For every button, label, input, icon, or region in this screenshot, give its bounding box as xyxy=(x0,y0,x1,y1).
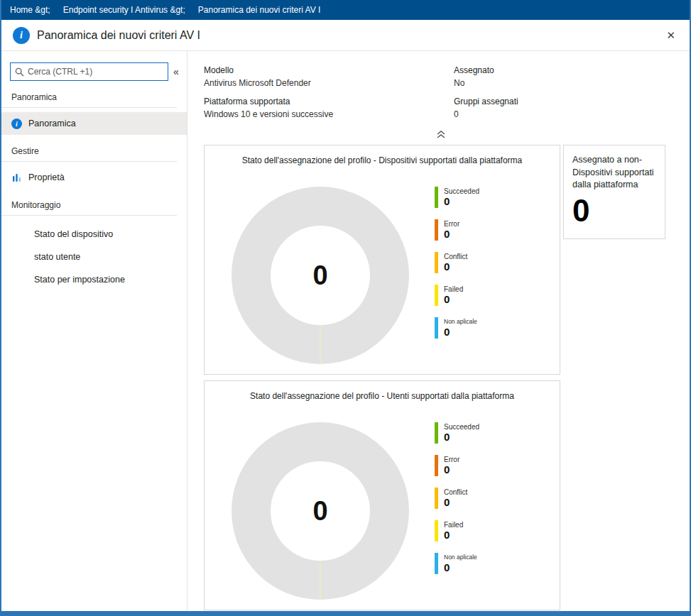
search-box xyxy=(10,62,168,81)
sidebar-item-stato-utente[interactable]: stato utente xyxy=(1,246,187,268)
donut-total: 0 xyxy=(312,496,327,527)
sidebar-item-panoramica[interactable]: i Panoramica xyxy=(1,112,187,135)
legend-label: Conflict xyxy=(444,488,467,496)
legend-item-succeeded: Succeeded0 xyxy=(435,422,479,444)
sidebar-section-gestire: Gestire xyxy=(1,146,177,162)
field-gruppi-assegnati: Gruppi assegnati 0 xyxy=(454,97,678,119)
legend-label: Non aplicale xyxy=(444,318,477,325)
donut-seam xyxy=(320,325,321,364)
legend-value: 0 xyxy=(444,195,479,207)
summary-column-left: Modello Antivirus Microsoft Defender Pia… xyxy=(204,65,454,128)
unassigned-card: Assegnato a non- Dispositivi supportati … xyxy=(563,145,665,239)
field-value: No xyxy=(454,78,678,88)
legend-color-bar xyxy=(435,553,438,574)
close-icon[interactable]: ✕ xyxy=(663,26,678,45)
sidebar-item-stato-dispositivo[interactable]: Stato del dispositivo xyxy=(1,223,187,246)
legend-item-failed: Failed0 xyxy=(435,285,479,306)
users-legend: Succeeded0 Error0 Conflict0 xyxy=(435,422,479,585)
sidebar-section-panoramica: Panoramica xyxy=(1,92,177,108)
sidebar: « Panoramica i Panoramica Gestire Propri xyxy=(1,51,187,611)
field-label: Gruppi assegnati xyxy=(454,97,678,106)
main-content: Modello Antivirus Microsoft Defender Pia… xyxy=(187,51,690,611)
legend-value: 0 xyxy=(444,561,477,573)
legend-item-not-applicable: Non aplicale0 xyxy=(435,317,479,339)
search-icon xyxy=(15,67,24,77)
breadcrumb-item-home[interactable]: Home &gt; xyxy=(10,5,50,15)
properties-icon xyxy=(11,172,22,183)
devices-donut-chart: 0 xyxy=(232,187,409,364)
search-input[interactable] xyxy=(28,67,163,77)
summary-collapse-control[interactable] xyxy=(204,129,678,141)
field-value: 0 xyxy=(454,109,678,119)
breadcrumb-item-endpoint-security[interactable]: Endpoint security I Antivirus &gt; xyxy=(63,5,185,15)
legend-color-bar xyxy=(435,317,438,339)
breadcrumb-item-current: Panoramica dei nuovi criteri AV I xyxy=(198,5,321,15)
legend-value: 0 xyxy=(444,529,463,541)
legend-color-bar xyxy=(435,252,438,273)
legend-color-bar xyxy=(435,285,438,306)
sidebar-item-label: Stato del dispositivo xyxy=(34,229,113,239)
legend-item-not-applicable: Non aplicale0 xyxy=(435,553,479,574)
summary-panel: Modello Antivirus Microsoft Defender Pia… xyxy=(204,65,678,128)
sidebar-section-monitoraggio: Monitoraggio xyxy=(1,200,177,216)
legend-item-conflict: Conflict0 xyxy=(435,252,479,273)
legend-color-bar xyxy=(435,422,438,444)
window: Home &gt; Endpoint security I Antivirus … xyxy=(0,0,691,616)
card-title: Stato dell'assegnazione del profilo - Ut… xyxy=(205,391,560,401)
field-value: Antivirus Microsoft Defender xyxy=(204,78,454,88)
legend-color-bar xyxy=(435,187,438,208)
legend-label: Conflict xyxy=(444,253,467,260)
summary-column-right: Assegnato No Gruppi assegnati 0 xyxy=(454,65,678,128)
users-donut-chart: 0 xyxy=(232,422,409,600)
chevron-double-up-icon xyxy=(435,130,447,139)
field-piattaforma: Piattaforma supportata Windows 10 e vers… xyxy=(204,97,454,119)
legend-item-error: Error0 xyxy=(435,219,479,241)
legend-color-bar xyxy=(435,488,438,509)
legend-label: Error xyxy=(444,220,459,228)
breadcrumb: Home &gt; Endpoint security I Antivirus … xyxy=(1,0,690,20)
legend-item-failed: Failed0 xyxy=(435,520,479,541)
search-row: « xyxy=(10,62,184,81)
donut-total: 0 xyxy=(312,260,327,291)
sidebar-item-label: Panoramica xyxy=(28,119,76,128)
devices-legend: Succeeded0 Error0 Conflict0 xyxy=(435,187,479,350)
unassigned-card-title: Assegnato a non- Dispositivi supportati … xyxy=(572,154,656,192)
legend-item-conflict: Conflict0 xyxy=(435,488,479,509)
legend-value: 0 xyxy=(444,293,463,305)
legend-label: Non aplicale xyxy=(444,554,477,561)
sidebar-item-proprieta[interactable]: Proprietà xyxy=(1,166,187,189)
body-row: « Panoramica i Panoramica Gestire Propri xyxy=(1,51,690,611)
info-icon: i xyxy=(11,119,22,129)
unassigned-card-value: 0 xyxy=(572,193,656,229)
legend-color-bar xyxy=(435,219,438,241)
legend-value: 0 xyxy=(444,496,467,508)
field-label: Modello xyxy=(204,65,454,75)
card-title: Stato dell'assegnazione del profilo - Di… xyxy=(205,155,560,165)
donut-hole: 0 xyxy=(271,226,370,325)
sidebar-item-label: Stato per impostazione xyxy=(34,275,125,285)
legend-item-error: Error0 xyxy=(435,455,479,476)
chart-body: 0 Succeeded0 Error0 xyxy=(205,401,560,600)
field-assegnato: Assegnato No xyxy=(454,65,678,88)
field-label: Piattaforma supportata xyxy=(204,97,454,106)
users-assignment-card: Stato dell'assegnazione del profilo - Ut… xyxy=(204,380,560,610)
legend-value: 0 xyxy=(444,463,459,475)
field-value: Windows 10 e versioni successive xyxy=(204,109,454,119)
legend-label: Succeeded xyxy=(444,423,479,431)
legend-label: Error xyxy=(444,456,459,463)
field-label: Assegnato xyxy=(454,65,678,75)
field-modello: Modello Antivirus Microsoft Defender xyxy=(204,65,454,88)
legend-label: Failed xyxy=(444,285,463,293)
legend-label: Failed xyxy=(444,521,463,529)
page-header: i Panoramica dei nuovi criteri AV I ✕ xyxy=(1,20,690,51)
sidebar-item-stato-impostazione[interactable]: Stato per impostazione xyxy=(1,268,187,291)
donut-seam xyxy=(320,561,321,600)
legend-value: 0 xyxy=(444,431,479,443)
donut-hole: 0 xyxy=(271,461,370,561)
sidebar-item-label: Proprietà xyxy=(28,172,65,182)
legend-value: 0 xyxy=(444,326,477,338)
legend-item-succeeded: Succeeded0 xyxy=(435,187,479,208)
sidebar-collapse-icon[interactable]: « xyxy=(168,66,184,77)
cards-row: Stato dell'assegnazione del profilo - Di… xyxy=(204,145,678,610)
legend-value: 0 xyxy=(444,228,459,240)
